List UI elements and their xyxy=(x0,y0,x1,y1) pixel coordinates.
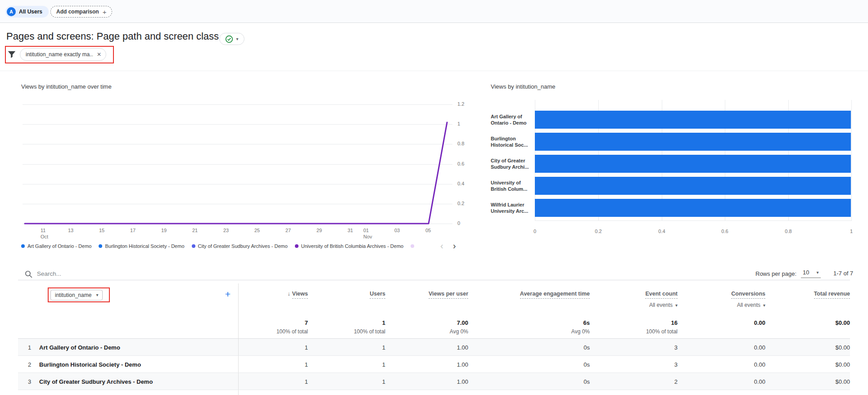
views-over-time-line[interactable] xyxy=(23,103,452,225)
legend-item[interactable]: Art Gallery of Ontario - Demo xyxy=(21,243,91,249)
cell-avg-engagement: 0s xyxy=(468,373,590,390)
legend-dot xyxy=(295,244,298,248)
x-axis-tick: 23 xyxy=(223,227,229,233)
x-axis-tick: 19 xyxy=(161,227,167,233)
rows-per-page: Rows per page: 10 ▾ xyxy=(755,269,821,278)
legend-dot xyxy=(99,244,102,248)
dimension-header-cell: intitution_name ▾ + xyxy=(18,283,239,315)
column-header-event-count[interactable]: Event count All events▾ xyxy=(590,283,678,315)
cell-views-per-user: 1.00 xyxy=(385,373,468,390)
legend-item[interactable]: Burlington Historical Society - Demo xyxy=(99,243,184,249)
row-name: Burlington Historical Society - Demo xyxy=(39,361,141,373)
add-comparison-button[interactable]: Add comparison + xyxy=(50,6,112,18)
bar[interactable] xyxy=(535,199,851,217)
bar-chart-title: Views by intitution_name xyxy=(491,83,556,90)
legend-dot xyxy=(192,244,195,248)
cell-revenue: $0.00 xyxy=(765,339,850,355)
audience-avatar: A xyxy=(7,7,16,16)
chevron-down-icon: ▾ xyxy=(96,293,98,297)
y-axis-label: 0 xyxy=(457,220,460,226)
cell-views: 1 xyxy=(239,390,308,395)
x-axis-tick: 31 xyxy=(348,227,353,233)
legend-label: Art Gallery of Ontario - Demo xyxy=(27,243,91,249)
table-row: 3 City of Greater Sudbury Archives - Dem… xyxy=(18,373,850,390)
column-header-users[interactable]: Users xyxy=(308,283,385,315)
totals-dimension-cell xyxy=(18,315,239,338)
report-table: intitution_name ▾ + ↓Views Users Views p… xyxy=(18,283,850,395)
cell-conversions: 0.00 xyxy=(678,390,765,395)
legend-next-button[interactable]: › xyxy=(453,241,456,250)
x-axis-label: 0.6 xyxy=(721,229,728,234)
cell-revenue: $0.00 xyxy=(765,390,850,395)
legend-item[interactable]: University of British Columbia Archives … xyxy=(295,243,403,249)
cell-users: 1 xyxy=(308,339,385,355)
legend-prev-button[interactable]: ‹ xyxy=(440,241,443,250)
chevron-down-icon: ▾ xyxy=(817,270,819,275)
table-totals-row: 7100% of total 1100% of total 7.00Avg 0%… xyxy=(18,315,850,339)
ga4-report-page: A All Users Add comparison + Pages and s… xyxy=(0,0,868,395)
bar[interactable] xyxy=(535,111,851,129)
bar-category-label: University ofBritish Colum... xyxy=(491,180,534,192)
cell-views: 1 xyxy=(239,339,308,355)
x-axis-tick: 27 xyxy=(285,227,291,233)
table-row: 2 Burlington Historical Society - Demo 1… xyxy=(18,356,850,373)
line-chart-title: Views by intitution_name over time xyxy=(21,83,112,90)
cell-users: 1 xyxy=(308,373,385,390)
conversions-filter-dropdown[interactable]: All events▾ xyxy=(678,302,765,308)
event-count-filter-dropdown[interactable]: All events▾ xyxy=(590,302,678,308)
cell-avg-engagement: 0s xyxy=(468,339,590,355)
cell-revenue: $0.00 xyxy=(765,373,850,390)
totals-revenue: $0.00 xyxy=(765,315,850,338)
cell-views-per-user: 1.00 xyxy=(385,339,468,355)
column-header-total-revenue[interactable]: Total revenue xyxy=(765,283,850,315)
line-series[interactable] xyxy=(25,122,447,224)
column-header-views[interactable]: ↓Views xyxy=(239,283,308,315)
cell-views: 1 xyxy=(239,373,308,390)
bar-category-label: City of GreaterSudbury Archi... xyxy=(491,157,534,170)
cell-event-count: 3 xyxy=(590,339,678,355)
search-icon xyxy=(25,270,32,278)
x-axis-tick: 21 xyxy=(192,227,198,233)
table-top-divider xyxy=(18,280,850,280)
row-index: 2 xyxy=(18,361,39,373)
dimension-cell: 2 Burlington Historical Society - Demo xyxy=(18,356,239,373)
cell-conversions: 0.00 xyxy=(678,356,765,373)
dimension-selector[interactable]: intitution_name ▾ xyxy=(50,290,103,301)
close-icon[interactable]: ✕ xyxy=(97,51,101,58)
gridline xyxy=(851,100,852,220)
filter-chip-label: intitution_name exactly ma... xyxy=(26,51,93,58)
bar[interactable] xyxy=(535,177,851,195)
column-header-views-per-user[interactable]: Views per user xyxy=(385,283,468,315)
add-comparison-label: Add comparison xyxy=(56,9,99,15)
y-axis-label: 0.4 xyxy=(457,181,464,186)
add-column-button[interactable]: + xyxy=(222,288,234,301)
audience-chip-label: All Users xyxy=(19,9,42,15)
bar[interactable] xyxy=(535,155,851,173)
x-axis-tick: 01Nov xyxy=(363,227,372,240)
legend-overflow-dot xyxy=(411,244,414,248)
table-row: 4 University of British Columbia Archive… xyxy=(18,390,850,395)
rows-per-page-select[interactable]: 10 ▾ xyxy=(801,269,821,278)
legend-item[interactable]: City of Greater Sudbury Archives - Demo xyxy=(192,243,288,249)
cell-conversions: 0.00 xyxy=(678,373,765,390)
totals-event-count: 16100% of total xyxy=(590,315,678,338)
line-chart-legend: Art Gallery of Ontario - Demo Burlington… xyxy=(21,243,414,249)
totals-views: 7100% of total xyxy=(239,315,308,338)
legend-label: City of Greater Sudbury Archives - Demo xyxy=(198,243,288,249)
y-axis-label: 1.2 xyxy=(457,101,464,107)
cell-views: 1 xyxy=(239,356,308,373)
column-header-conversions[interactable]: Conversions All events▾ xyxy=(678,283,765,315)
section-divider xyxy=(0,71,868,71)
column-header-avg-engagement[interactable]: Average engagement time xyxy=(468,283,590,315)
y-axis-label: 1 xyxy=(457,121,460,126)
filter-chip[interactable]: intitution_name exactly ma... ✕ xyxy=(20,48,106,61)
totals-avg-engagement: 6sAvg 0% xyxy=(468,315,590,338)
cell-revenue: $0.00 xyxy=(765,356,850,373)
search-input[interactable] xyxy=(37,268,343,279)
bar[interactable] xyxy=(535,133,851,151)
data-quality-dropdown[interactable]: ▾ xyxy=(219,33,244,45)
row-index: 1 xyxy=(18,344,39,355)
plus-icon: + xyxy=(103,9,107,15)
y-axis-label: 0.2 xyxy=(457,201,464,206)
audience-chip-all-users[interactable]: A All Users xyxy=(5,6,49,18)
